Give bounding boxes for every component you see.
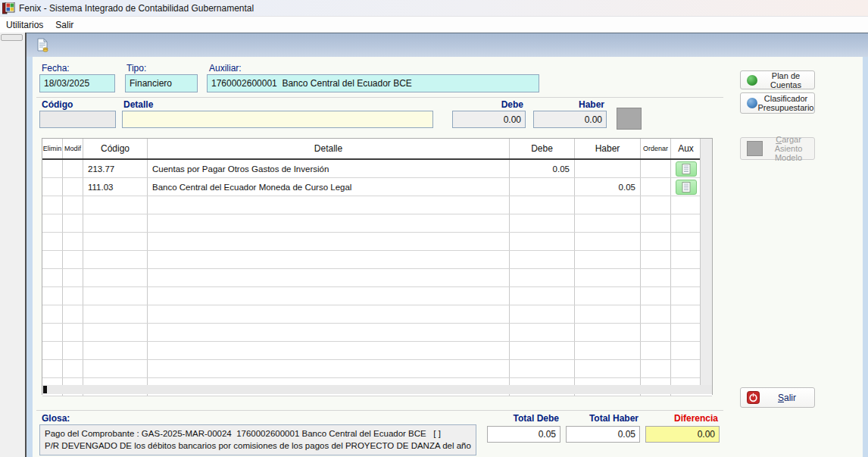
clasificador-presupuestario-button[interactable]: Clasificador Presupuestario <box>740 92 815 114</box>
cell-ordenar <box>641 251 671 268</box>
cell-debe <box>510 233 575 250</box>
mini-scrollbar[interactable] <box>1 34 23 41</box>
plan-de-cuentas-button[interactable]: Plan de Cuentas <box>740 70 815 89</box>
cell-haber <box>575 360 641 377</box>
cell-elimin <box>42 251 63 268</box>
cell-aux <box>671 251 701 268</box>
add-entry-button[interactable] <box>617 108 642 130</box>
cell-debe: 0.05 <box>510 160 575 177</box>
cell-haber <box>575 269 641 286</box>
cell-aux <box>671 342 701 359</box>
cell-aux <box>671 305 701 323</box>
menu-salir[interactable]: Salir <box>49 18 80 32</box>
cell-haber <box>575 324 641 341</box>
total-haber-label: Total Haber <box>566 413 639 424</box>
cell-detalle: Cuentas por Pagar Otros Gastos de Invers… <box>148 160 510 177</box>
cell-debe <box>510 287 575 305</box>
cell-ordenar <box>641 287 671 305</box>
cell-ordenar <box>641 269 671 286</box>
total-debe-value: 0.05 <box>487 426 560 443</box>
table-row[interactable]: 111.03Banco Central del Ecuador Moneda d… <box>42 178 712 196</box>
salir-label: Salir <box>760 393 814 402</box>
codigo-input[interactable] <box>39 111 116 128</box>
tipo-label: Tipo: <box>126 63 146 74</box>
glosa-line-1: Pago del Comprobante : GAS-2025-MAR-0002… <box>45 427 471 440</box>
title-bar: Fenix - Sistema Integrado de Contabilida… <box>0 0 868 17</box>
cell-modif <box>63 287 83 305</box>
header-aux: Aux <box>671 139 701 158</box>
glosa-line-2: P/R DEVENGADO DE los débitos bancarios p… <box>45 440 471 452</box>
cell-elimin <box>42 178 63 196</box>
fecha-input[interactable]: 18/03/2025 <box>39 74 115 92</box>
total-debe-label: Total Debe <box>487 413 559 424</box>
table-vertical-scrollbar[interactable] <box>700 139 712 385</box>
aux-button[interactable] <box>676 161 697 177</box>
cell-codigo <box>83 251 148 268</box>
debe-input[interactable]: 0.00 <box>452 111 526 128</box>
haber-input[interactable]: 0.00 <box>533 111 607 128</box>
cell-ordenar <box>641 178 671 196</box>
cell-modif <box>63 196 83 214</box>
cell-elimin <box>42 269 63 286</box>
cell-detalle <box>148 214 510 232</box>
header-codigo: Código <box>83 139 148 158</box>
table-horizontal-scrollbar[interactable] <box>42 385 712 394</box>
cell-detalle <box>148 342 510 359</box>
cell-ordenar <box>641 233 671 250</box>
cell-modif <box>63 342 83 359</box>
table-row <box>42 342 712 360</box>
cell-codigo <box>83 324 148 341</box>
menu-utilitarios[interactable]: Utilitarios <box>0 18 49 32</box>
cell-detalle <box>148 269 510 286</box>
cell-debe <box>510 305 575 323</box>
cell-ordenar <box>641 342 671 359</box>
cell-codigo <box>83 305 148 323</box>
cell-haber: 0.05 <box>575 178 641 196</box>
table-row[interactable]: 213.77Cuentas por Pagar Otros Gastos de … <box>42 160 712 178</box>
cell-codigo: 213.77 <box>83 160 148 177</box>
detalle-input[interactable] <box>122 111 433 128</box>
glosa-textarea[interactable]: Pago del Comprobante : GAS-2025-MAR-0002… <box>39 424 476 455</box>
cell-aux <box>671 233 701 250</box>
table-row <box>42 251 712 269</box>
cell-codigo <box>83 287 148 305</box>
header-detalle: Detalle <box>148 139 510 158</box>
salir-button[interactable]: Salir <box>740 387 815 408</box>
document-coins-icon <box>36 38 49 52</box>
horizontal-scroll-thumb[interactable] <box>43 386 47 393</box>
cell-aux <box>671 214 701 232</box>
codigo-label: Código <box>42 99 73 110</box>
application-window: Fenix - Sistema Integrado de Contabilida… <box>0 0 868 457</box>
debe-label: Debe <box>452 99 523 110</box>
tipo-input[interactable]: Financiero <box>125 74 198 92</box>
cell-aux <box>671 269 701 286</box>
cell-modif <box>63 178 83 196</box>
toolbar <box>27 33 868 57</box>
header-haber: Haber <box>575 139 641 158</box>
cell-modif <box>63 305 83 323</box>
aux-button[interactable] <box>676 180 697 195</box>
cell-elimin <box>42 233 63 250</box>
cell-haber <box>575 251 641 268</box>
cell-detalle <box>148 305 510 323</box>
cell-codigo <box>83 342 148 359</box>
auxiliar-label: Auxiliar: <box>209 63 242 74</box>
cell-codigo <box>83 269 148 286</box>
cell-detalle <box>148 360 510 377</box>
cell-haber <box>575 342 641 359</box>
cell-elimin <box>42 305 63 323</box>
cell-elimin <box>42 287 63 305</box>
voucher-toolbar-button[interactable] <box>34 36 51 54</box>
header-elimin: Elimin <box>42 139 63 158</box>
cargar-asiento-modelo-button[interactable]: Cargar Asiento Modelo <box>740 137 815 160</box>
cell-detalle <box>148 287 510 305</box>
cell-debe <box>510 269 575 286</box>
separator-line <box>36 97 723 98</box>
cell-elimin <box>42 160 63 177</box>
auxiliar-input[interactable]: 1760002600001 Banco Central del Ecuador … <box>207 74 539 92</box>
cell-modif <box>63 324 83 341</box>
panel-left-edge <box>27 57 33 457</box>
cell-haber <box>575 305 641 323</box>
cell-debe <box>510 214 575 232</box>
diferencia-value: 0.00 <box>645 426 720 443</box>
